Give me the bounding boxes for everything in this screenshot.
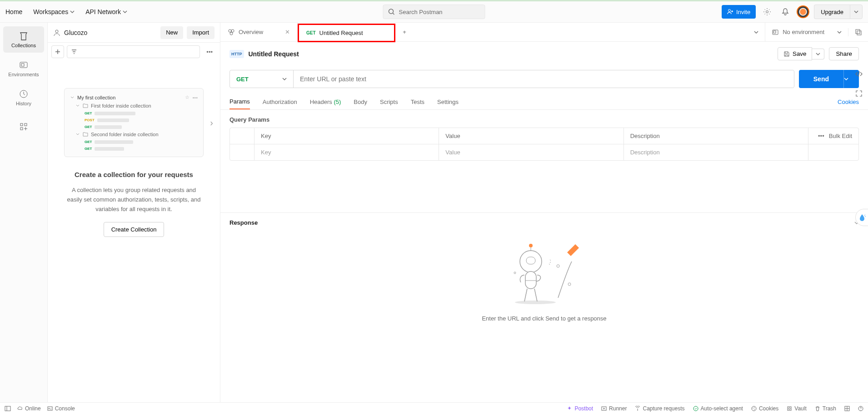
- create-collection-button[interactable]: Create Collection: [104, 222, 165, 237]
- upgrade-group: Upgrade: [814, 5, 863, 19]
- send-button[interactable]: Send: [799, 70, 843, 88]
- col-desc: Description: [624, 128, 808, 144]
- svg-rect-15: [856, 30, 860, 34]
- settings-button[interactable]: [760, 5, 774, 19]
- upgrade-caret[interactable]: [850, 5, 863, 19]
- response-header[interactable]: Response: [229, 219, 859, 226]
- invite-label: Invite: [736, 9, 750, 15]
- nav-home[interactable]: Home: [5, 8, 22, 15]
- search-input[interactable]: Search Postman: [383, 5, 485, 19]
- footer-agent[interactable]: Auto-select agent: [693, 405, 743, 412]
- tab-overview[interactable]: Overview ✕: [220, 23, 298, 41]
- reqtab-body[interactable]: Body: [354, 95, 367, 109]
- share-button[interactable]: Share: [829, 47, 859, 60]
- save-caret[interactable]: [812, 49, 824, 59]
- bulk-edit-link[interactable]: Bulk Edit: [829, 133, 852, 139]
- headers-label: Headers: [310, 99, 332, 105]
- row-value[interactable]: Value: [439, 144, 624, 160]
- response-panel: Response: [220, 212, 868, 341]
- footer-console[interactable]: Console: [47, 405, 75, 412]
- response-title: Response: [229, 219, 258, 226]
- invite-icon: [727, 9, 733, 15]
- filter-button[interactable]: [67, 45, 200, 58]
- mini-post: POST: [85, 118, 95, 122]
- save-button[interactable]: Save: [778, 47, 812, 60]
- cookies-link[interactable]: Cookies: [838, 99, 859, 105]
- workspace-name[interactable]: Glucozo: [64, 29, 157, 36]
- cloud-icon: [17, 406, 23, 411]
- svg-point-22: [557, 265, 559, 267]
- far-left-rail: Collections Environments History: [0, 23, 48, 402]
- chevron-down-icon: [70, 10, 75, 14]
- request-title[interactable]: Untitled Request: [249, 50, 299, 58]
- url-input[interactable]: [294, 70, 794, 88]
- online-label: Online: [25, 405, 41, 412]
- save-icon: [783, 51, 790, 57]
- agent-label: Auto-select agent: [701, 405, 743, 412]
- rail-environments[interactable]: Environments: [3, 55, 44, 82]
- empty-title: Create a collection for your requests: [59, 170, 209, 179]
- footer-layout[interactable]: [844, 406, 850, 411]
- footer-runner[interactable]: Runner: [601, 405, 627, 412]
- drop-icon: [858, 213, 866, 222]
- tab-request[interactable]: GET Untitled Request: [298, 24, 395, 42]
- reqtab-headers[interactable]: Headers (5): [310, 95, 341, 109]
- row-desc[interactable]: Description: [624, 144, 808, 160]
- notifications-button[interactable]: [778, 5, 792, 19]
- add-button[interactable]: [51, 45, 64, 58]
- rail-history[interactable]: History: [3, 84, 44, 111]
- footer-cookies[interactable]: Cookies: [751, 405, 778, 412]
- tabbar: Overview ✕ GET Untitled Request + No env…: [220, 23, 868, 42]
- footer-help[interactable]: [858, 406, 863, 411]
- footer-vault[interactable]: Vault: [787, 405, 806, 412]
- footer-trash[interactable]: Trash: [815, 405, 836, 412]
- chevron-down-icon: [844, 77, 848, 81]
- method-selector[interactable]: GET: [230, 70, 294, 88]
- bulk-more[interactable]: •••: [818, 133, 824, 139]
- nav-api-network[interactable]: API Network: [85, 8, 127, 15]
- chevron-down-icon: [837, 30, 842, 34]
- env-quicklook[interactable]: [848, 28, 868, 36]
- row-key[interactable]: Key: [254, 144, 439, 160]
- console-label: Console: [55, 405, 75, 412]
- sidebar-tools: •••: [48, 43, 220, 61]
- sparkle-icon: [567, 406, 572, 411]
- reqtab-tests[interactable]: Tests: [411, 95, 424, 109]
- col-key: Key: [254, 128, 439, 144]
- new-button[interactable]: New: [160, 26, 183, 39]
- reqtab-auth[interactable]: Authorization: [263, 95, 297, 109]
- chevron-down-icon: [123, 10, 127, 14]
- reqtab-params[interactable]: Params: [229, 94, 250, 109]
- footer-panel-toggle[interactable]: [5, 405, 11, 412]
- upgrade-button[interactable]: Upgrade: [814, 5, 850, 19]
- invite-button[interactable]: Invite: [722, 5, 756, 19]
- import-button[interactable]: Import: [187, 26, 215, 39]
- avatar[interactable]: [797, 5, 809, 18]
- close-icon[interactable]: ✕: [285, 29, 290, 35]
- trash-label: Trash: [823, 405, 836, 412]
- workspace-header: Glucozo New Import: [48, 23, 220, 43]
- reqtab-settings[interactable]: Settings: [437, 95, 459, 109]
- row-checkbox[interactable]: [230, 144, 254, 160]
- svg-point-32: [754, 409, 755, 410]
- rail-more[interactable]: [3, 113, 44, 140]
- expand-icon[interactable]: [855, 90, 863, 97]
- right-rail: [850, 64, 868, 97]
- nav-workspaces[interactable]: Workspaces: [33, 8, 75, 15]
- folder-icon: [83, 104, 88, 108]
- params-row[interactable]: Key Value Description: [230, 144, 858, 160]
- environment-selector[interactable]: No environment: [765, 23, 848, 41]
- request-header: HTTP Untitled Request Save Share: [220, 42, 868, 66]
- reqtab-scripts[interactable]: Scripts: [380, 95, 398, 109]
- rail-collections[interactable]: Collections: [3, 26, 44, 53]
- footer-online[interactable]: Online: [17, 405, 41, 412]
- footer-capture[interactable]: Capture requests: [635, 405, 684, 412]
- tab-add[interactable]: +: [395, 23, 414, 41]
- footer-postbot[interactable]: Postbot: [567, 405, 593, 412]
- play-icon: [601, 406, 607, 411]
- rail-history-label: History: [16, 101, 31, 106]
- tab-request-label: Untitled Request: [319, 30, 363, 36]
- code-icon[interactable]: [855, 70, 863, 78]
- tabs-dropdown[interactable]: [748, 23, 765, 41]
- sidebar-more[interactable]: •••: [203, 49, 216, 55]
